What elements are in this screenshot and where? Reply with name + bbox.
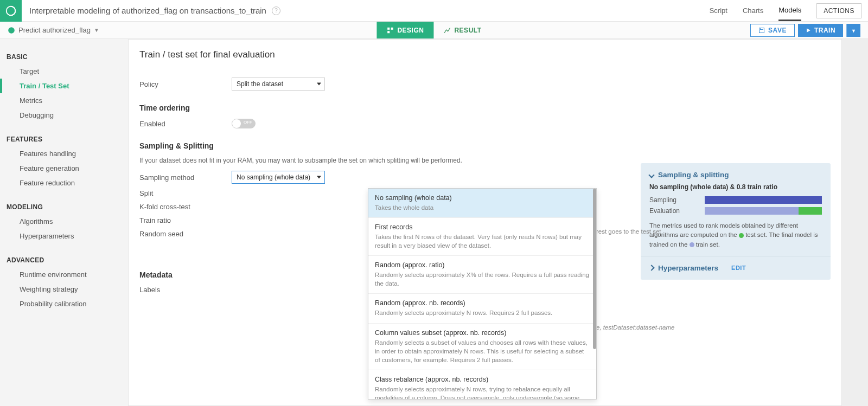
actions-button[interactable]: ACTIONS — [816, 3, 861, 18]
sampling-method-select[interactable]: No sampling (whole data) — [232, 171, 325, 184]
option-title: Class rebalance (approx. nb. records) — [375, 376, 590, 383]
summary-sampling-header[interactable]: Sampling & splitting — [649, 171, 822, 179]
divider — [641, 256, 831, 256]
kfold-label: K-fold cross-test — [139, 203, 232, 211]
tab-design[interactable]: DESIGN — [376, 22, 433, 38]
svg-rect-6 — [761, 28, 763, 29]
evaluation-bar — [705, 207, 822, 215]
train-part — [705, 207, 799, 215]
chevron-down-icon — [317, 176, 321, 179]
chevron-down-icon — [317, 83, 321, 86]
option-title: No sampling (whole data) — [375, 194, 590, 202]
option-desc: Randomly selects a subset of values and … — [375, 338, 590, 364]
dot-green-icon — [739, 233, 744, 238]
option-desc: Takes the first N rows of the dataset. V… — [375, 233, 590, 250]
evaluation-bar-label: Evaluation — [649, 207, 705, 215]
toggle-off-label: OFF — [244, 120, 252, 125]
summary-subtitle: No sampling (whole data) & 0.8 train rat… — [649, 183, 822, 191]
sidebar-item-feature-reduction[interactable]: Feature reduction — [0, 176, 128, 190]
sidebar-group-modeling: MODELING — [0, 200, 128, 214]
summary-sampling-box: Sampling & splitting No sampling (whole … — [641, 163, 831, 280]
sampling-option[interactable]: Random (approx. nb. records)Randomly sel… — [368, 294, 596, 323]
summary-note: The metrics used to rank models obtained… — [649, 221, 822, 249]
train-button[interactable]: TRAIN — [798, 24, 843, 37]
option-desc: Randomly selects approximately X% of the… — [375, 270, 590, 288]
nav-charts[interactable]: Charts — [743, 1, 763, 20]
svg-rect-5 — [760, 28, 764, 33]
chevron-down-icon: ▼ — [851, 28, 856, 34]
sampling-hint: If your dataset does not fit in your RAM… — [139, 157, 615, 164]
train-ratio-label: Train ratio — [139, 216, 232, 224]
sampling-method-label: Sampling method — [139, 173, 232, 182]
sidebar-group-advanced: ADVANCED — [0, 253, 128, 267]
sampling-option[interactable]: Class rebalance (approx. nb. records)Ran… — [368, 370, 596, 399]
sampling-bar-label: Sampling — [649, 196, 705, 204]
sampling-option[interactable]: Column values subset (approx. nb. record… — [368, 324, 596, 370]
svg-point-1 — [8, 27, 15, 34]
sampling-bar — [705, 196, 822, 204]
save-button[interactable]: SAVE — [750, 24, 795, 37]
policy-label: Policy — [139, 80, 232, 88]
sampling-title: Sampling & Splitting — [139, 141, 615, 150]
sidebar-item-hyperparameters[interactable]: Hyperparameters — [0, 229, 128, 243]
sidebar-item-algorithms[interactable]: Algorithms — [0, 214, 128, 229]
predict-label: Predict authorized_flag — [18, 26, 91, 34]
sidebar-item-probability[interactable]: Probability calibration — [0, 297, 128, 311]
predict-breadcrumb[interactable]: Predict authorized_flag ▼ — [8, 26, 99, 34]
sidebar-item-features-handling[interactable]: Features handling — [0, 146, 128, 161]
policy-select[interactable]: Split the dataset — [232, 78, 325, 91]
svg-rect-4 — [387, 31, 390, 33]
help-icon[interactable]: ? — [272, 7, 280, 15]
dot-purple-icon — [690, 242, 694, 247]
sidebar-group-basic: BASIC — [0, 50, 128, 64]
sidebar-item-traintest[interactable]: Train / Test Set — [0, 79, 128, 93]
option-title: Column values subset (approx. nb. record… — [375, 329, 590, 337]
left-sidebar: BASIC Target Train / Test Set Metrics De… — [0, 39, 128, 406]
train-dropdown-button[interactable]: ▼ — [846, 24, 860, 37]
split-label: Split — [139, 189, 232, 197]
sampling-method-dropdown[interactable]: No sampling (whole data)Takes the whole … — [368, 188, 597, 399]
test-part — [799, 207, 822, 215]
enabled-label: Enabled — [139, 120, 232, 128]
toggle-knob — [232, 119, 241, 128]
summary-hyper-header[interactable]: Hyperparameters EDIT — [649, 264, 822, 272]
option-title: Random (approx. nb. records) — [375, 299, 590, 307]
time-ordering-title: Time ordering — [139, 104, 615, 112]
sidebar-item-metrics[interactable]: Metrics — [0, 93, 128, 108]
tab-result[interactable]: RESULT — [433, 22, 491, 38]
svg-rect-2 — [387, 27, 390, 29]
sampling-option[interactable]: No sampling (whole data)Takes the whole … — [368, 189, 596, 218]
sidebar-item-debugging[interactable]: Debugging — [0, 108, 128, 123]
option-desc: Takes the whole data — [375, 203, 590, 212]
option-desc: Randomly selects approximately N rows, t… — [375, 385, 590, 399]
behind-text-train: he rest goes to the test set — [588, 228, 661, 235]
option-desc: Randomly selects approximately N rows. R… — [375, 308, 590, 317]
sidebar-group-features: FEATURES — [0, 132, 128, 146]
chevron-right-icon — [648, 265, 654, 271]
option-title: First records — [375, 223, 590, 231]
svg-rect-3 — [391, 27, 393, 29]
page-title-bar: Interpretable modeling of authorized_fla… — [29, 6, 710, 15]
sampling-option[interactable]: Random (approx. ratio)Randomly selects a… — [368, 256, 596, 294]
sidebar-item-weighting[interactable]: Weighting strategy — [0, 282, 128, 297]
sidebar-item-runtime[interactable]: Runtime environment — [0, 267, 128, 282]
nav-script[interactable]: Script — [710, 1, 727, 20]
enabled-toggle[interactable]: OFF — [232, 119, 256, 128]
random-seed-label: Random seed — [139, 230, 232, 238]
chevron-down-icon: ▼ — [94, 27, 99, 33]
nav-models[interactable]: Models — [778, 1, 801, 21]
edit-hyperparameters-link[interactable]: EDIT — [731, 265, 746, 271]
sampling-option[interactable]: First recordsTakes the first N rows of t… — [368, 218, 596, 256]
app-logo[interactable] — [0, 0, 22, 22]
behind-text-labels: ame, testDataset:dataset-name — [588, 324, 674, 331]
page-title: Interpretable modeling of authorized_fla… — [29, 6, 266, 15]
chevron-down-icon — [648, 172, 654, 178]
panel-title: Train / test set for final evaluation — [139, 49, 615, 60]
scrollbar[interactable] — [593, 189, 596, 349]
sidebar-item-target[interactable]: Target — [0, 64, 128, 79]
option-title: Random (approx. ratio) — [375, 261, 590, 269]
labels-label: Labels — [139, 286, 232, 294]
sidebar-item-feature-generation[interactable]: Feature generation — [0, 161, 128, 176]
